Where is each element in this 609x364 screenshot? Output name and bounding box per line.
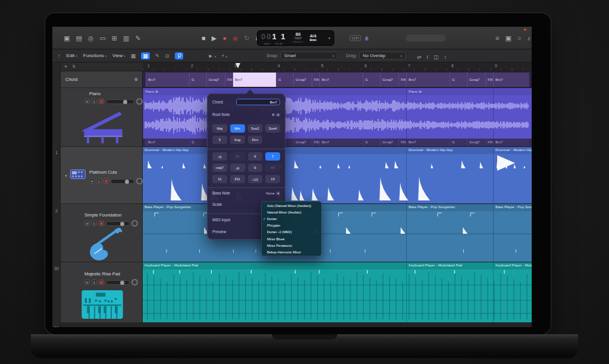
record-enable-button[interactable]: R <box>99 99 104 104</box>
chord-extension-button[interactable]: maj7 <box>212 164 227 172</box>
pan-knob[interactable] <box>136 98 143 105</box>
add-track-button[interactable]: + <box>64 64 67 70</box>
scale-menu-item[interactable]: Phrygian <box>262 222 321 229</box>
chord-segment[interactable]: Gmaj7 <box>380 73 398 87</box>
scale-menu-item[interactable]: Minor Pentatonic <box>262 242 321 249</box>
chord-segment[interactable]: G <box>450 73 467 87</box>
scale-menu-item[interactable]: Auto (Natural Minor (Aeolian)) <box>262 202 321 209</box>
autotrack-zoom-icon[interactable]: ◫ <box>434 54 439 60</box>
track-lane-piano[interactable]: Bm7GGmaj7F♯m7Bm7GGmaj7F♯m7Bm7GGmaj7F♯m7B… <box>143 88 532 147</box>
replace-button[interactable]: ↻ <box>244 35 249 42</box>
chord-segment[interactable]: F♯m7 <box>225 73 233 87</box>
menu-functions[interactable]: Functions▾ <box>83 53 106 58</box>
play-button[interactable]: ▶ <box>212 35 216 42</box>
chord-quality-button[interactable]: Dim <box>248 136 263 144</box>
lcd-chevron-icon[interactable]: ▾ <box>328 36 330 40</box>
chord-segment[interactable]: G <box>276 73 293 87</box>
stop-button[interactable]: ■ <box>202 35 206 42</box>
pointer-tool-button[interactable]: ►▾ <box>208 53 216 59</box>
chord-extension-button[interactable]: 11 <box>212 175 227 183</box>
record-enable-button[interactable]: R <box>99 280 104 285</box>
track-lane-drummer[interactable]: Drummer - Modern Hip HopDrummer - Modern… <box>143 147 532 204</box>
loop-browser-icon[interactable]: ○ <box>517 35 522 42</box>
quick-help-icon[interactable]: ◎ <box>88 35 94 42</box>
scale-menu-item[interactable]: Minor Blues <box>262 236 321 242</box>
region[interactable]: Drummer - Modern Hip Hop <box>406 147 493 203</box>
chord-segment[interactable]: Gmaj7 <box>293 73 312 87</box>
chord-extension-button[interactable]: ♭13 <box>248 175 263 183</box>
chord-quality-button[interactable]: Min <box>230 124 245 133</box>
chord-segment[interactable]: Bm7 <box>406 73 450 87</box>
scale-menu-item[interactable]: Bebop Harmonic Minor <box>262 249 321 255</box>
library-icon[interactable]: ▣ <box>64 35 70 42</box>
root-note-stepper[interactable]: B▾ <box>272 113 280 117</box>
region[interactable] <box>493 88 532 146</box>
menu-edit[interactable]: Edit▾ <box>67 53 77 58</box>
record-button[interactable]: ● <box>222 35 227 42</box>
midi-input-label[interactable]: MIDI Input <box>212 218 230 222</box>
chord-quality-button[interactable]: Sus4 <box>265 124 280 133</box>
scale-menu-item[interactable]: ✓Dorian <box>262 215 321 222</box>
grid-view-icon[interactable]: ▦ <box>131 53 136 59</box>
drag-select[interactable]: No Overlap▾ <box>359 52 406 59</box>
chord-quality-button[interactable]: Sus2 <box>248 124 263 133</box>
record-enable-button[interactable]: R <box>99 221 104 226</box>
region[interactable]: Keyboard Player - Modulated Pad <box>406 262 493 322</box>
list-editors-icon[interactable]: ≡ <box>495 35 499 42</box>
close-icon[interactable]: ⊗ <box>134 77 138 82</box>
track-header-majestic-rise-pad[interactable]: Majestic Rise Pad M S R <box>61 262 143 323</box>
menu-view[interactable]: View▾ <box>112 53 125 58</box>
flex-icon[interactable]: ⇌ <box>417 54 422 60</box>
chord-quality-button[interactable]: Maj <box>212 124 227 133</box>
chord-track-header[interactable]: Chord ⊗ <box>61 71 143 88</box>
bar-ruler[interactable]: 123456789 <box>143 62 532 71</box>
pencil-tool-icon[interactable]: ✎ <box>155 53 160 59</box>
metronome-icon[interactable]: ⋔ <box>364 35 369 42</box>
chord-segment[interactable]: Bm7 <box>319 73 363 87</box>
region-view-icon[interactable]: ▦ <box>141 52 150 59</box>
smart-controls-icon[interactable]: ⊞ <box>112 35 117 42</box>
track-lane-keys[interactable]: Keyboard Player - Modulated PadKeyboard … <box>143 262 532 323</box>
chord-extension-button[interactable]: ♭5 <box>212 152 227 161</box>
mute-button[interactable]: M <box>89 178 95 184</box>
chord-segment[interactable]: Gmaj7 <box>206 73 225 87</box>
chord-quality-button[interactable]: 5 <box>212 136 227 144</box>
chord-segment[interactable]: Bm7 <box>493 73 529 87</box>
marquee-icon[interactable]: I <box>427 54 429 60</box>
chord-segment[interactable]: G <box>189 73 206 87</box>
secondary-tool-button[interactable]: +▾ <box>221 53 227 59</box>
track-lane-bass[interactable]: Bass Player - Pop SongwriterBass Player … <box>143 204 532 262</box>
disclosure-triangle-icon[interactable]: ▸ <box>65 173 67 177</box>
chord-track-lane[interactable]: Bm7GGmaj7F♯m7Bm7GGmaj7F♯m7Bm7GGmaj7F♯m7B… <box>143 71 532 88</box>
inspector-icon[interactable]: ▤ <box>76 35 81 42</box>
vertical-zoom-icon[interactable]: ↕ <box>444 54 447 60</box>
mute-button[interactable]: M <box>84 99 90 104</box>
snap-select[interactable]: Smart▾ <box>281 52 338 59</box>
record-enable-button[interactable]: R <box>103 178 109 184</box>
region[interactable]: Keyboard Player - Modulated Pad <box>143 262 406 322</box>
region[interactable]: Drummer - Modern Hip Hop <box>493 147 532 203</box>
pan-knob[interactable] <box>131 220 138 227</box>
region[interactable]: Piano ⊕ <box>406 88 493 146</box>
mixer-icon[interactable]: ▥ <box>123 35 129 42</box>
volume-slider[interactable] <box>106 221 130 226</box>
chord-segment[interactable]: Bm7 <box>233 73 276 87</box>
toolbar-toggle-icon[interactable]: ▭ <box>99 35 105 42</box>
chord-segment[interactable]: F♯m7 <box>312 73 319 87</box>
chord-extension-button[interactable]: 13 <box>265 175 280 183</box>
mute-button[interactable]: M <box>84 221 90 226</box>
capture-recording-button[interactable]: ◉ <box>233 35 238 42</box>
chord-extension-button[interactable]: 9 <box>248 164 263 172</box>
solo-button[interactable]: S <box>92 99 97 104</box>
chord-segment[interactable]: Gmaj7 <box>467 73 485 87</box>
region[interactable]: Bass Player - Pop Songwriter <box>493 204 532 262</box>
solo-button[interactable]: S <box>96 178 102 184</box>
browsers-icon[interactable]: ♪ <box>527 35 530 42</box>
chord-extension-button[interactable]: ♭9 <box>230 164 245 172</box>
editors-icon[interactable]: ✎ <box>135 35 140 42</box>
chord-segment[interactable]: G <box>363 73 380 87</box>
solo-button[interactable]: S <box>92 221 97 226</box>
note-pads-icon[interactable]: ▣ <box>505 35 511 42</box>
preview-label[interactable]: Preview <box>212 230 226 234</box>
pan-knob[interactable] <box>131 279 138 285</box>
